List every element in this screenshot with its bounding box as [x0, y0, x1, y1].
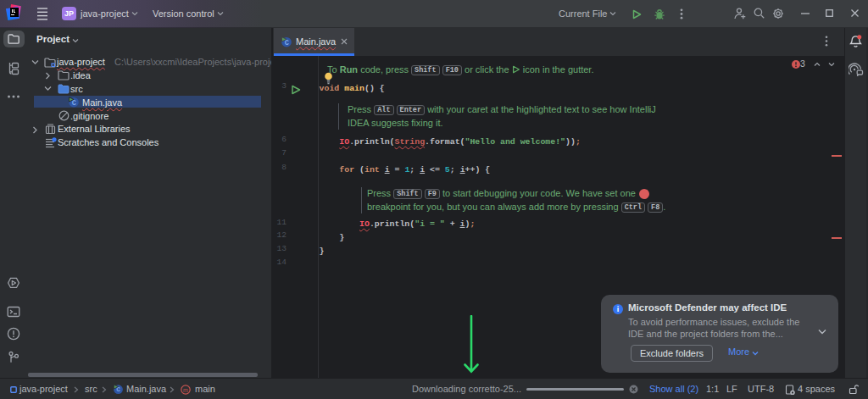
svg-text:m: m: [183, 387, 188, 393]
